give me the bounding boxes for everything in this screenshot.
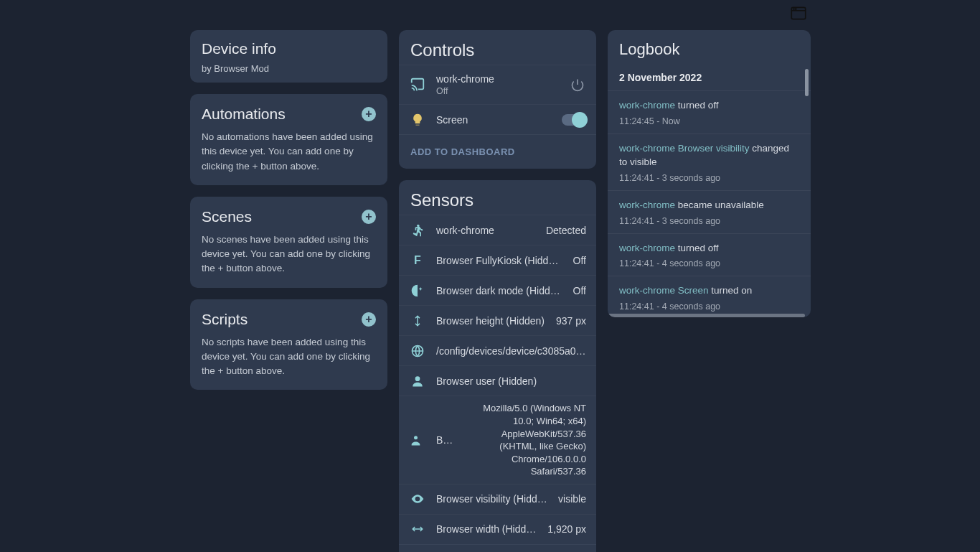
svg-point-3 [796, 9, 796, 9]
browser-icon [789, 4, 809, 24]
log-entry[interactable]: work-chrome became unavailable 11:24:41 … [608, 190, 811, 233]
scripts-empty-text: No scripts have been added using this de… [190, 335, 387, 390]
control-row-work-chrome[interactable]: work-chrome Off [399, 65, 596, 104]
sensor-row[interactable]: F Browser FullyKiosk (Hidden) Off [399, 245, 596, 275]
sensor-row[interactable]: Browser dark mode (Hidden) Off [399, 275, 596, 305]
controls-add-dashboard[interactable]: ADD TO DASHBOARD [399, 134, 596, 169]
controls-card: Controls work-chrome Off Screen [399, 30, 596, 169]
sensor-row[interactable]: Browser user (Hidden) [399, 365, 596, 396]
scripts-card: Scripts + No scripts have been added usi… [190, 299, 387, 390]
sensors-add-dashboard[interactable]: ADD TO DASHBOARD [399, 544, 596, 552]
logbook-title: Logbook [619, 40, 799, 59]
svg-point-8 [416, 498, 418, 500]
user-agent-icon [409, 433, 426, 447]
sensor-row[interactable]: Browser height (Hidden) 937 px [399, 305, 596, 335]
scripts-title: Scripts [202, 311, 248, 328]
control-row-screen[interactable]: Screen [399, 104, 596, 134]
scrollbar-horizontal[interactable] [608, 314, 805, 317]
control-state: Off [436, 85, 559, 97]
controls-title: Controls [410, 40, 585, 60]
log-entry[interactable]: work-chrome turned off 11:24:45 - Now [608, 90, 811, 134]
log-entry[interactable]: work-chrome Browser visibility changed t… [608, 134, 811, 190]
letter-f-icon: F [409, 254, 426, 267]
screen-toggle[interactable] [562, 114, 586, 126]
control-screen-label: Screen [436, 114, 552, 126]
device-info-card: Device info by Browser Mod [190, 30, 387, 83]
device-info-title: Device info [202, 40, 376, 57]
scrollbar-thumb[interactable] [805, 69, 809, 96]
globe-icon [409, 344, 426, 358]
user-icon [409, 374, 426, 388]
logbook-date: 2 November 2022 [608, 62, 811, 90]
automations-title: Automations [202, 106, 286, 123]
scenes-empty-text: No scenes have been added using this dev… [190, 233, 387, 288]
automations-card: Automations + No automations have been a… [190, 94, 387, 185]
device-info-subtitle: by Browser Mod [202, 63, 376, 74]
log-entry[interactable]: work-chrome turned off 11:24:41 - 4 seco… [608, 233, 811, 276]
dark-mode-icon [409, 284, 426, 298]
bulb-icon [409, 113, 426, 127]
sensors-title: Sensors [410, 190, 585, 210]
width-icon [409, 523, 426, 535]
add-scene-button[interactable]: + [362, 210, 376, 224]
add-script-button[interactable]: + [362, 312, 376, 327]
sensors-card: Sensors work-chrome Detected F Browser F… [399, 180, 596, 552]
sensor-row[interactable]: /config/devices/device/c3085a0c7861 [399, 335, 596, 365]
log-entry[interactable]: work-chrome Screen turned on 11:24:41 - … [608, 276, 811, 317]
control-name: work-chrome [436, 72, 559, 85]
sensor-row[interactable]: Browser visibility (Hidden) visible [399, 484, 596, 514]
svg-point-7 [414, 436, 418, 439]
svg-point-6 [415, 376, 420, 381]
svg-point-2 [793, 9, 794, 9]
add-automation-button[interactable]: + [362, 107, 376, 121]
scenes-card: Scenes + No scenes have been added using… [190, 197, 387, 288]
eye-icon [409, 492, 426, 506]
automations-empty-text: No automations have been added using thi… [190, 130, 387, 185]
motion-icon [409, 223, 426, 238]
sensor-row[interactable]: Br… Mozilla/5.0 (Windows NT 10.0; Win64;… [399, 396, 596, 483]
logbook-card: Logbook 2 November 2022 work-chrome turn… [608, 30, 811, 317]
cast-icon [409, 77, 426, 93]
scenes-title: Scenes [202, 208, 252, 225]
height-icon [409, 314, 426, 327]
sensor-row[interactable]: work-chrome Detected [399, 215, 596, 245]
power-button[interactable] [569, 76, 586, 93]
sensor-row[interactable]: Browser width (Hidden) 1,920 px [399, 514, 596, 544]
